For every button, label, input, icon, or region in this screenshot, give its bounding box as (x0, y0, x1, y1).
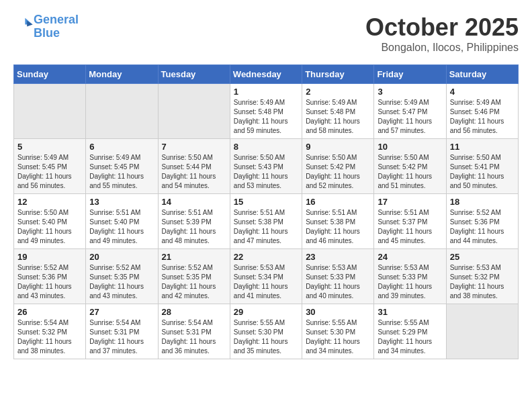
day-info: Sunrise: 5:51 AM Sunset: 5:38 PM Dayligh… (306, 208, 370, 246)
day-info: Sunrise: 5:54 AM Sunset: 5:31 PM Dayligh… (162, 318, 226, 356)
day-number: 25 (450, 252, 515, 262)
day-info: Sunrise: 5:50 AM Sunset: 5:44 PM Dayligh… (162, 153, 226, 191)
calendar-cell: 2Sunrise: 5:49 AM Sunset: 5:48 PM Daylig… (302, 84, 374, 139)
day-info: Sunrise: 5:49 AM Sunset: 5:47 PM Dayligh… (378, 98, 442, 136)
day-number: 5 (17, 142, 82, 152)
day-number: 3 (378, 87, 442, 97)
day-info: Sunrise: 5:52 AM Sunset: 5:36 PM Dayligh… (17, 263, 82, 301)
logo-text: General Blue (34, 13, 79, 40)
weekday-header-tuesday: Tuesday (158, 65, 230, 84)
day-info: Sunrise: 5:53 AM Sunset: 5:33 PM Dayligh… (306, 263, 370, 301)
day-info: Sunrise: 5:52 AM Sunset: 5:35 PM Dayligh… (89, 263, 154, 301)
weekday-header-friday: Friday (374, 65, 446, 84)
day-info: Sunrise: 5:53 AM Sunset: 5:34 PM Dayligh… (234, 263, 298, 301)
calendar-cell: 13Sunrise: 5:51 AM Sunset: 5:40 PM Dayli… (86, 194, 158, 249)
calendar-cell: 19Sunrise: 5:52 AM Sunset: 5:36 PM Dayli… (14, 249, 86, 304)
calendar-cell: 11Sunrise: 5:50 AM Sunset: 5:41 PM Dayli… (446, 139, 518, 194)
day-info: Sunrise: 5:50 AM Sunset: 5:40 PM Dayligh… (17, 208, 82, 246)
location-subtitle: Bongalon, Ilocos, Philippines (365, 42, 519, 54)
day-number: 8 (234, 142, 298, 152)
day-number: 22 (234, 252, 298, 262)
calendar-cell: 18Sunrise: 5:52 AM Sunset: 5:36 PM Dayli… (446, 194, 518, 249)
day-info: Sunrise: 5:50 AM Sunset: 5:43 PM Dayligh… (234, 153, 298, 191)
calendar-cell: 24Sunrise: 5:53 AM Sunset: 5:33 PM Dayli… (374, 249, 446, 304)
calendar-cell: 17Sunrise: 5:51 AM Sunset: 5:37 PM Dayli… (374, 194, 446, 249)
day-info: Sunrise: 5:51 AM Sunset: 5:38 PM Dayligh… (234, 208, 298, 246)
day-info: Sunrise: 5:49 AM Sunset: 5:46 PM Dayligh… (450, 98, 515, 136)
calendar-table: SundayMondayTuesdayWednesdayThursdayFrid… (13, 64, 519, 359)
day-info: Sunrise: 5:55 AM Sunset: 5:29 PM Dayligh… (378, 318, 442, 356)
day-number: 24 (378, 252, 442, 262)
calendar-cell: 25Sunrise: 5:53 AM Sunset: 5:32 PM Dayli… (446, 249, 518, 304)
page-header: General Blue October 2025 Bongalon, Iloc… (13, 13, 519, 54)
day-number: 16 (306, 197, 370, 207)
day-number: 4 (450, 87, 515, 97)
day-info: Sunrise: 5:52 AM Sunset: 5:35 PM Dayligh… (162, 263, 226, 301)
calendar-cell: 28Sunrise: 5:54 AM Sunset: 5:31 PM Dayli… (158, 304, 230, 359)
weekday-header-wednesday: Wednesday (230, 65, 302, 84)
title-block: October 2025 Bongalon, Ilocos, Philippin… (365, 13, 519, 54)
day-number: 9 (306, 142, 370, 152)
calendar-cell: 10Sunrise: 5:50 AM Sunset: 5:42 PM Dayli… (374, 139, 446, 194)
day-number: 11 (450, 142, 515, 152)
calendar-week-3: 12Sunrise: 5:50 AM Sunset: 5:40 PM Dayli… (14, 194, 519, 249)
calendar-week-4: 19Sunrise: 5:52 AM Sunset: 5:36 PM Dayli… (14, 249, 519, 304)
calendar-week-5: 26Sunrise: 5:54 AM Sunset: 5:32 PM Dayli… (14, 304, 519, 359)
day-info: Sunrise: 5:55 AM Sunset: 5:30 PM Dayligh… (306, 318, 370, 356)
day-number: 23 (306, 252, 370, 262)
day-number: 19 (17, 252, 82, 262)
day-number: 31 (378, 307, 442, 317)
calendar-cell: 22Sunrise: 5:53 AM Sunset: 5:34 PM Dayli… (230, 249, 302, 304)
day-info: Sunrise: 5:53 AM Sunset: 5:32 PM Dayligh… (450, 263, 515, 301)
calendar-cell (14, 84, 86, 139)
weekday-header-thursday: Thursday (302, 65, 374, 84)
day-info: Sunrise: 5:51 AM Sunset: 5:40 PM Dayligh… (89, 208, 154, 246)
day-number: 15 (234, 197, 298, 207)
logo: General Blue (13, 13, 79, 40)
calendar-cell: 6Sunrise: 5:49 AM Sunset: 5:45 PM Daylig… (86, 139, 158, 194)
day-number: 14 (162, 197, 226, 207)
calendar-cell: 23Sunrise: 5:53 AM Sunset: 5:33 PM Dayli… (302, 249, 374, 304)
calendar-cell: 12Sunrise: 5:50 AM Sunset: 5:40 PM Dayli… (14, 194, 86, 249)
day-info: Sunrise: 5:54 AM Sunset: 5:31 PM Dayligh… (89, 318, 154, 356)
calendar-cell: 29Sunrise: 5:55 AM Sunset: 5:30 PM Dayli… (230, 304, 302, 359)
day-number: 12 (17, 197, 82, 207)
calendar-cell: 30Sunrise: 5:55 AM Sunset: 5:30 PM Dayli… (302, 304, 374, 359)
day-number: 20 (89, 252, 154, 262)
calendar-cell (86, 84, 158, 139)
day-info: Sunrise: 5:54 AM Sunset: 5:32 PM Dayligh… (17, 318, 82, 356)
day-number: 27 (89, 307, 154, 317)
calendar-cell (158, 84, 230, 139)
day-info: Sunrise: 5:51 AM Sunset: 5:39 PM Dayligh… (162, 208, 226, 246)
calendar-cell: 3Sunrise: 5:49 AM Sunset: 5:47 PM Daylig… (374, 84, 446, 139)
day-info: Sunrise: 5:50 AM Sunset: 5:42 PM Dayligh… (378, 153, 442, 191)
weekday-header-monday: Monday (86, 65, 158, 84)
logo-icon (15, 16, 34, 35)
weekday-header-saturday: Saturday (446, 65, 518, 84)
day-number: 29 (234, 307, 298, 317)
day-number: 17 (378, 197, 442, 207)
calendar-cell: 7Sunrise: 5:50 AM Sunset: 5:44 PM Daylig… (158, 139, 230, 194)
calendar-cell: 5Sunrise: 5:49 AM Sunset: 5:45 PM Daylig… (14, 139, 86, 194)
day-info: Sunrise: 5:50 AM Sunset: 5:41 PM Dayligh… (450, 153, 515, 191)
calendar-cell (446, 304, 518, 359)
calendar-week-2: 5Sunrise: 5:49 AM Sunset: 5:45 PM Daylig… (14, 139, 519, 194)
calendar-cell: 31Sunrise: 5:55 AM Sunset: 5:29 PM Dayli… (374, 304, 446, 359)
day-number: 6 (89, 142, 154, 152)
day-info: Sunrise: 5:49 AM Sunset: 5:48 PM Dayligh… (234, 98, 298, 136)
weekday-header-sunday: Sunday (14, 65, 86, 84)
day-number: 2 (306, 87, 370, 97)
calendar-cell: 21Sunrise: 5:52 AM Sunset: 5:35 PM Dayli… (158, 249, 230, 304)
calendar-cell: 15Sunrise: 5:51 AM Sunset: 5:38 PM Dayli… (230, 194, 302, 249)
svg-marker-1 (27, 21, 32, 26)
calendar-cell: 20Sunrise: 5:52 AM Sunset: 5:35 PM Dayli… (86, 249, 158, 304)
calendar-cell: 16Sunrise: 5:51 AM Sunset: 5:38 PM Dayli… (302, 194, 374, 249)
day-number: 7 (162, 142, 226, 152)
day-info: Sunrise: 5:51 AM Sunset: 5:37 PM Dayligh… (378, 208, 442, 246)
day-info: Sunrise: 5:55 AM Sunset: 5:30 PM Dayligh… (234, 318, 298, 356)
calendar-cell: 4Sunrise: 5:49 AM Sunset: 5:46 PM Daylig… (446, 84, 518, 139)
calendar-week-1: 1Sunrise: 5:49 AM Sunset: 5:48 PM Daylig… (14, 84, 519, 139)
day-info: Sunrise: 5:49 AM Sunset: 5:45 PM Dayligh… (17, 153, 82, 191)
day-info: Sunrise: 5:52 AM Sunset: 5:36 PM Dayligh… (450, 208, 515, 246)
month-title: October 2025 (365, 13, 519, 42)
